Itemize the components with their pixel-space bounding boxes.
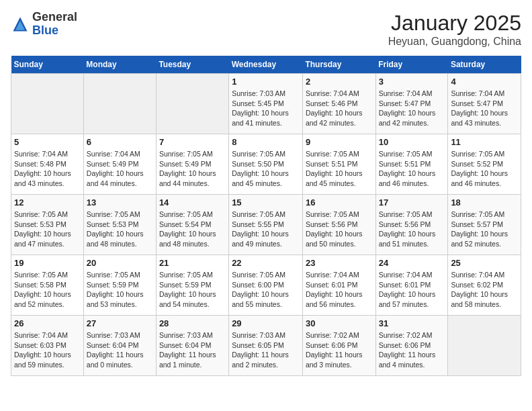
day-info: Sunrise: 7:05 AM Sunset: 5:58 PM Dayligh… [14,270,81,310]
day-number: 25 [451,258,518,268]
day-info: Sunrise: 7:05 AM Sunset: 5:49 PM Dayligh… [159,149,226,189]
calendar-cell: 19Sunrise: 7:05 AM Sunset: 5:58 PM Dayli… [11,255,84,316]
day-number: 13 [87,197,153,208]
calendar-cell [83,74,156,134]
calendar-cell: 21Sunrise: 7:05 AM Sunset: 5:59 PM Dayli… [156,255,228,316]
location: Heyuan, Guangdong, China [388,36,521,48]
day-info: Sunrise: 7:05 AM Sunset: 5:51 PM Dayligh… [379,149,445,189]
day-info: Sunrise: 7:04 AM Sunset: 5:48 PM Dayligh… [14,149,81,189]
day-info: Sunrise: 7:05 AM Sunset: 5:59 PM Dayligh… [159,270,226,310]
day-number: 23 [306,258,373,268]
calendar-cell: 25Sunrise: 7:04 AM Sunset: 6:02 PM Dayli… [448,255,521,316]
day-number: 12 [14,197,81,208]
day-number: 26 [14,318,81,328]
day-number: 19 [14,258,81,268]
logo-text: General Blue [32,11,77,38]
day-info: Sunrise: 7:05 AM Sunset: 5:55 PM Dayligh… [232,210,300,249]
day-info: Sunrise: 7:04 AM Sunset: 5:49 PM Dayligh… [87,149,153,189]
calendar-cell: 30Sunrise: 7:02 AM Sunset: 6:06 PM Dayli… [302,316,375,376]
weekday-header-row: SundayMondayTuesdayWednesdayThursdayFrid… [11,56,521,74]
weekday-header-saturday: Saturday [448,56,521,74]
day-number: 24 [379,258,445,268]
day-info: Sunrise: 7:05 AM Sunset: 5:52 PM Dayligh… [451,149,518,189]
day-info: Sunrise: 7:04 AM Sunset: 5:47 PM Dayligh… [379,89,445,128]
day-number: 29 [232,318,300,328]
day-number: 16 [306,197,373,208]
day-number: 28 [159,318,226,328]
calendar-cell: 7Sunrise: 7:05 AM Sunset: 5:49 PM Daylig… [156,134,228,195]
calendar-cell [156,74,228,134]
calendar-cell: 1Sunrise: 7:03 AM Sunset: 5:45 PM Daylig… [229,74,303,134]
day-number: 1 [232,77,300,87]
day-info: Sunrise: 7:05 AM Sunset: 5:56 PM Dayligh… [306,210,373,249]
calendar-cell: 9Sunrise: 7:05 AM Sunset: 5:51 PM Daylig… [302,134,375,195]
day-info: Sunrise: 7:03 AM Sunset: 6:04 PM Dayligh… [87,330,153,370]
day-info: Sunrise: 7:05 AM Sunset: 5:54 PM Dayligh… [159,210,226,249]
weekday-header-thursday: Thursday [302,56,375,74]
calendar-cell: 27Sunrise: 7:03 AM Sunset: 6:04 PM Dayli… [83,316,156,376]
calendar-cell: 20Sunrise: 7:05 AM Sunset: 5:59 PM Dayli… [83,255,156,316]
day-number: 10 [379,137,445,147]
calendar-cell: 14Sunrise: 7:05 AM Sunset: 5:54 PM Dayli… [156,195,228,255]
calendar-table: SundayMondayTuesdayWednesdayThursdayFrid… [11,56,521,376]
calendar-cell: 3Sunrise: 7:04 AM Sunset: 5:47 PM Daylig… [375,74,448,134]
title-block: January 2025 Heyuan, Guangdong, China [388,11,521,48]
calendar-cell: 26Sunrise: 7:04 AM Sunset: 6:03 PM Dayli… [11,316,84,376]
week-row-1: 1Sunrise: 7:03 AM Sunset: 5:45 PM Daylig… [11,74,521,134]
day-number: 7 [159,137,226,147]
logo-icon [11,15,30,34]
day-number: 4 [451,77,518,87]
day-number: 8 [232,137,300,147]
day-info: Sunrise: 7:05 AM Sunset: 5:57 PM Dayligh… [451,210,518,249]
day-info: Sunrise: 7:05 AM Sunset: 5:53 PM Dayligh… [87,210,153,249]
day-info: Sunrise: 7:04 AM Sunset: 6:02 PM Dayligh… [451,270,518,310]
week-row-3: 12Sunrise: 7:05 AM Sunset: 5:53 PM Dayli… [11,195,521,255]
day-number: 27 [87,318,153,328]
day-number: 9 [306,137,373,147]
day-number: 17 [379,197,445,208]
week-row-4: 19Sunrise: 7:05 AM Sunset: 5:58 PM Dayli… [11,255,521,316]
calendar-cell: 4Sunrise: 7:04 AM Sunset: 5:47 PM Daylig… [448,74,521,134]
day-number: 5 [14,137,81,147]
day-info: Sunrise: 7:04 AM Sunset: 6:01 PM Dayligh… [379,270,445,310]
calendar-cell: 8Sunrise: 7:05 AM Sunset: 5:50 PM Daylig… [229,134,303,195]
day-info: Sunrise: 7:05 AM Sunset: 5:56 PM Dayligh… [379,210,445,249]
day-number: 21 [159,258,226,268]
day-info: Sunrise: 7:03 AM Sunset: 5:45 PM Dayligh… [232,89,300,128]
calendar-cell: 24Sunrise: 7:04 AM Sunset: 6:01 PM Dayli… [375,255,448,316]
day-info: Sunrise: 7:03 AM Sunset: 6:05 PM Dayligh… [232,330,300,370]
calendar-cell [448,316,521,376]
calendar-cell: 10Sunrise: 7:05 AM Sunset: 5:51 PM Dayli… [375,134,448,195]
calendar-cell: 17Sunrise: 7:05 AM Sunset: 5:56 PM Dayli… [375,195,448,255]
calendar-cell: 5Sunrise: 7:04 AM Sunset: 5:48 PM Daylig… [11,134,84,195]
day-number: 30 [306,318,373,328]
calendar-cell: 28Sunrise: 7:03 AM Sunset: 6:04 PM Dayli… [156,316,228,376]
weekday-header-friday: Friday [375,56,448,74]
day-info: Sunrise: 7:04 AM Sunset: 5:46 PM Dayligh… [306,89,373,128]
weekday-header-wednesday: Wednesday [229,56,303,74]
calendar-cell: 13Sunrise: 7:05 AM Sunset: 5:53 PM Dayli… [83,195,156,255]
weekday-header-monday: Monday [83,56,156,74]
day-info: Sunrise: 7:05 AM Sunset: 5:51 PM Dayligh… [306,149,373,189]
day-info: Sunrise: 7:05 AM Sunset: 6:00 PM Dayligh… [232,270,300,310]
day-info: Sunrise: 7:05 AM Sunset: 5:53 PM Dayligh… [14,210,81,249]
day-info: Sunrise: 7:04 AM Sunset: 6:01 PM Dayligh… [306,270,373,310]
day-number: 15 [232,197,300,208]
day-number: 18 [451,197,518,208]
day-info: Sunrise: 7:03 AM Sunset: 6:04 PM Dayligh… [159,330,226,370]
calendar-cell: 22Sunrise: 7:05 AM Sunset: 6:00 PM Dayli… [229,255,303,316]
calendar-cell: 16Sunrise: 7:05 AM Sunset: 5:56 PM Dayli… [302,195,375,255]
calendar-cell: 29Sunrise: 7:03 AM Sunset: 6:05 PM Dayli… [229,316,303,376]
day-number: 2 [306,77,373,87]
calendar-cell: 15Sunrise: 7:05 AM Sunset: 5:55 PM Dayli… [229,195,303,255]
month-title: January 2025 [388,11,521,36]
weekday-header-tuesday: Tuesday [156,56,228,74]
calendar-cell: 12Sunrise: 7:05 AM Sunset: 5:53 PM Dayli… [11,195,84,255]
calendar-cell: 6Sunrise: 7:04 AM Sunset: 5:49 PM Daylig… [83,134,156,195]
day-number: 3 [379,77,445,87]
calendar-cell [11,74,84,134]
weekday-header-sunday: Sunday [11,56,84,74]
calendar-cell: 2Sunrise: 7:04 AM Sunset: 5:46 PM Daylig… [302,74,375,134]
logo: General Blue [11,11,77,38]
day-number: 20 [87,258,153,268]
